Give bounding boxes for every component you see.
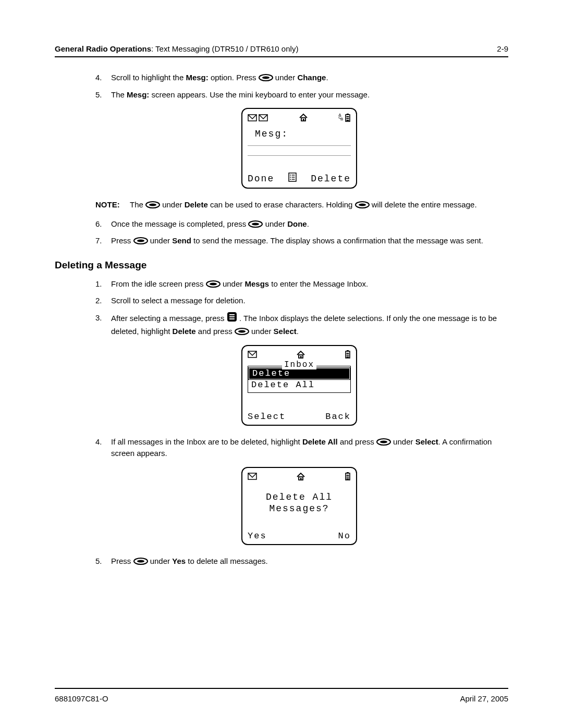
softkey-icon bbox=[376, 438, 391, 446]
screen2-wrap: Inbox Delete Delete All Select Back bbox=[95, 345, 503, 426]
step-num: 2. bbox=[95, 295, 111, 307]
step-num: 6. bbox=[95, 218, 111, 230]
envelope-icon bbox=[248, 472, 257, 483]
step-text: Press under Yes to delete all messages. bbox=[111, 556, 503, 567]
note-label: NOTE: bbox=[95, 199, 130, 211]
steps-list-c: 1. From the idle screen press under Mesg… bbox=[95, 278, 503, 338]
step-text: Scroll to highlight the Mesg: option. Pr… bbox=[111, 72, 503, 84]
step-text: Scroll to select a message for deletion. bbox=[111, 295, 503, 307]
softkey-icon bbox=[206, 280, 221, 288]
mesg-label: Mesg: bbox=[248, 129, 351, 139]
step-1c: 1. From the idle screen press under Mesg… bbox=[95, 278, 503, 290]
abc-indicator: A C B bbox=[338, 115, 341, 123]
envelope-icon bbox=[248, 350, 257, 361]
steps-list-e: 5. Press under Yes to delete all message… bbox=[95, 556, 503, 567]
screen1-wrap: A C B Mesg: Done Delete bbox=[95, 108, 503, 189]
screen3-wrap: Delete All Messages? Yes No bbox=[95, 467, 503, 545]
screen-mesg: A C B Mesg: Done Delete bbox=[241, 108, 357, 189]
inbox-item-delete[interactable]: Delete bbox=[249, 368, 350, 379]
header-section-rest: : Text Messaging (DTR510 / DTR610 only) bbox=[151, 44, 298, 53]
battery-icon bbox=[345, 472, 351, 484]
screen-confirm: Delete All Messages? Yes No bbox=[241, 467, 357, 545]
step-3c: 3. After selecting a message, press . Th… bbox=[95, 312, 503, 338]
screen-inbox: Inbox Delete Delete All Select Back bbox=[241, 345, 357, 426]
step-text: Press under Send to send the message. Th… bbox=[111, 235, 503, 247]
step-num: 5. bbox=[95, 556, 111, 567]
softkey-icon bbox=[248, 220, 263, 228]
steps-list-b: 6. Once the message is completed, press … bbox=[95, 218, 503, 247]
step-num: 4. bbox=[95, 436, 111, 460]
softkey-icon bbox=[259, 74, 273, 81]
note-text: The under Delete can be used to erase ch… bbox=[130, 199, 503, 211]
page-header: General Radio Operations: Text Messaging… bbox=[55, 44, 508, 57]
confirm-line2: Messages? bbox=[248, 503, 351, 514]
page-number: 2-9 bbox=[497, 44, 508, 53]
deleting-message-heading: Deleting a Message bbox=[55, 260, 503, 271]
header-section-bold: General Radio Operations bbox=[55, 44, 151, 53]
confirm-line1: Delete All bbox=[248, 492, 351, 502]
step-num: 3. bbox=[95, 312, 111, 338]
step-text: Once the message is completed, press und… bbox=[111, 218, 503, 230]
battery-icon bbox=[345, 350, 351, 362]
step-text: If all messages in the Inbox are to be d… bbox=[111, 436, 503, 460]
step-num: 4. bbox=[95, 72, 111, 84]
envelope-icon bbox=[248, 114, 257, 125]
steps-list-d: 4. If all messages in the Inbox are to b… bbox=[95, 436, 503, 460]
battery-icon bbox=[345, 113, 351, 125]
home-icon bbox=[299, 113, 308, 125]
envelope-icon bbox=[259, 114, 268, 125]
header-section: General Radio Operations: Text Messaging… bbox=[55, 44, 298, 53]
softkey-icon bbox=[133, 237, 148, 244]
footer-date: April 27, 2005 bbox=[460, 694, 508, 703]
list-icon bbox=[288, 172, 297, 184]
steps-list-a: 4. Scroll to highlight the Mesg: option.… bbox=[95, 72, 503, 101]
home-icon bbox=[296, 472, 305, 484]
menu-button-icon bbox=[227, 312, 237, 326]
yes-softkey[interactable]: Yes bbox=[248, 531, 267, 541]
step-5e: 5. Press under Yes to delete all message… bbox=[95, 556, 503, 567]
delete-softkey[interactable]: Delete bbox=[311, 174, 351, 184]
softkey-icon bbox=[145, 201, 160, 208]
step-4a: 4. Scroll to highlight the Mesg: option.… bbox=[95, 72, 503, 84]
page-footer: 6881097C81-O April 27, 2005 bbox=[55, 694, 508, 703]
inbox-title: Inbox bbox=[282, 360, 316, 369]
step-7: 7. Press under Send to send the message.… bbox=[95, 235, 503, 247]
doc-id: 6881097C81-O bbox=[55, 694, 108, 703]
select-softkey[interactable]: Select bbox=[248, 412, 286, 422]
step-num: 5. bbox=[95, 89, 111, 101]
softkey-icon bbox=[133, 558, 148, 565]
footer-rule bbox=[55, 688, 508, 689]
softkey-icon bbox=[355, 201, 370, 208]
inbox-item-delete-all[interactable]: Delete All bbox=[248, 380, 350, 390]
inbox-menu: Inbox Delete Delete All bbox=[248, 366, 351, 393]
step-2c: 2. Scroll to select a message for deleti… bbox=[95, 295, 503, 307]
step-4d: 4. If all messages in the Inbox are to b… bbox=[95, 436, 503, 460]
step-num: 7. bbox=[95, 235, 111, 247]
no-softkey[interactable]: No bbox=[338, 531, 351, 541]
done-softkey[interactable]: Done bbox=[248, 174, 274, 184]
step-text: The Mesg: screen appears. Use the mini k… bbox=[111, 89, 503, 101]
softkey-icon bbox=[235, 328, 249, 335]
step-text: After selecting a message, press . The I… bbox=[111, 312, 503, 338]
step-6: 6. Once the message is completed, press … bbox=[95, 218, 503, 230]
note-block: NOTE: The under Delete can be used to er… bbox=[95, 199, 503, 211]
step-5a: 5. The Mesg: screen appears. Use the min… bbox=[95, 89, 503, 101]
step-text: From the idle screen press under Mesgs t… bbox=[111, 278, 503, 290]
back-softkey[interactable]: Back bbox=[325, 412, 351, 422]
step-num: 1. bbox=[95, 278, 111, 290]
